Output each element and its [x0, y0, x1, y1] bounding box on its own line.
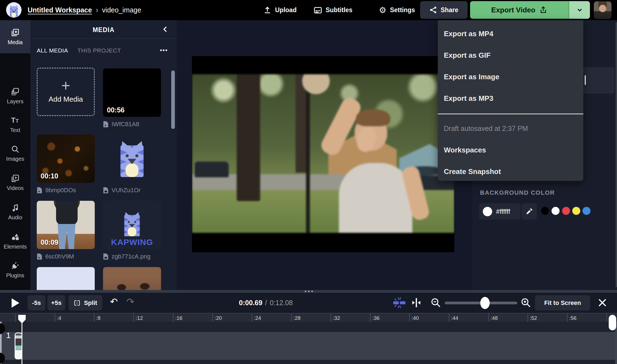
media-item-video[interactable]: 00:09	[37, 201, 95, 249]
search-icon	[11, 145, 20, 154]
autosave-status: Draft autosaved at 2:37 PM	[438, 118, 583, 139]
menu-item-create-snapshot[interactable]: Create Snapshot	[438, 161, 583, 182]
sidebar-item-media[interactable]: Media	[0, 20, 30, 53]
swatch-red[interactable]	[562, 207, 570, 215]
thumbnail-figure	[56, 201, 78, 225]
background-color-label: BACKGROUND COLOR	[480, 189, 555, 196]
image-file-icon	[103, 187, 109, 194]
smart-cut-icon	[392, 297, 407, 308]
media-cell	[103, 267, 161, 293]
video-play-icon	[11, 174, 20, 183]
timeline-ruler[interactable]: :4 :8 :12 :16 :20 :24 :28 :32 :36 :40 :4…	[0, 313, 617, 322]
tab-all-media[interactable]: ALL MEDIA	[37, 47, 68, 54]
menu-item-export-gif[interactable]: Export as GIF	[438, 44, 583, 66]
cat-mascot-icon	[9, 5, 19, 17]
menu-item-workspaces[interactable]: Workspaces	[438, 139, 583, 161]
partially-hidden-field[interactable]	[579, 67, 615, 94]
user-avatar[interactable]	[594, 1, 611, 19]
menu-item-export-image[interactable]: Export as Image	[438, 66, 583, 88]
fit-to-screen-button[interactable]: Fit to Screen	[535, 295, 590, 310]
media-icon	[11, 28, 20, 37]
breadcrumb-separator: ›	[96, 6, 98, 14]
split-playhead-icon	[411, 297, 422, 308]
tab-this-project[interactable]: THIS PROJECT	[77, 47, 121, 54]
zoom-slider-thumb[interactable]	[480, 297, 490, 309]
upload-button[interactable]: Upload	[263, 0, 297, 20]
add-media-button[interactable]: + Add Media	[37, 68, 95, 116]
sidebar-item-elements[interactable]: Elements	[0, 227, 30, 255]
swatch-black[interactable]	[541, 207, 549, 215]
timeline-zoom-slider[interactable]	[445, 302, 517, 304]
subtitles-icon	[314, 6, 322, 14]
swatch-blue[interactable]	[582, 207, 590, 215]
project-name[interactable]: video_image	[102, 6, 141, 14]
background-color-value[interactable]: #ffffff	[479, 203, 521, 220]
video-content	[192, 74, 454, 233]
close-timeline-button[interactable]	[597, 298, 607, 309]
export-video-button[interactable]: Export Video	[470, 1, 569, 19]
media-more-menu[interactable]: •••	[160, 47, 168, 54]
collapse-panel-button[interactable]	[162, 25, 169, 35]
export-options-caret[interactable]	[569, 1, 590, 19]
sidebar-item-audio[interactable]: Audio	[0, 197, 30, 226]
redo-button[interactable]: ↷	[126, 296, 135, 307]
media-item-caption: IWfC81A8	[103, 121, 161, 128]
swatch-yellow[interactable]	[572, 207, 580, 215]
sidebar-item-layers[interactable]: Layers	[0, 81, 30, 110]
page-scrollbar[interactable]	[616, 22, 617, 287]
share-icon	[429, 6, 437, 14]
timeline-tracks: 1	[0, 322, 617, 364]
swatch-white[interactable]	[552, 207, 560, 215]
undo-button[interactable]: ↶	[110, 296, 118, 307]
kapwing-editor: Untitled Workspace › video_image Upload …	[0, 0, 617, 364]
time-display: 0:00.69 / 0:12.08	[239, 299, 293, 307]
timeline-clip[interactable]	[15, 333, 22, 359]
kapwing-logo[interactable]	[6, 2, 22, 18]
media-item-image[interactable]: KAPWING	[103, 201, 161, 249]
sidebar-item-plugins[interactable]: Plugins	[0, 255, 30, 284]
kapwing-wordmark: KAPWING	[111, 238, 153, 247]
media-cell: 00:09 6sc0hV9M	[37, 201, 95, 260]
layers-icon	[11, 87, 20, 96]
svg-text:T: T	[15, 118, 19, 124]
subtitles-button[interactable]: Subtitles	[314, 0, 352, 20]
media-item-caption: 6sc0hV9M	[37, 253, 95, 260]
timeline-scroll-thumb[interactable]	[609, 315, 616, 330]
chevron-down-icon	[576, 6, 583, 14]
shapes-icon	[11, 233, 20, 241]
media-item-image[interactable]	[37, 267, 95, 293]
split-playhead-button[interactable]	[411, 297, 422, 309]
sidebar-item-videos[interactable]: Videos	[0, 168, 30, 197]
timeline-resize-handle[interactable]	[0, 290, 617, 293]
media-item-image[interactable]	[103, 134, 161, 183]
video-file-icon	[103, 121, 109, 128]
video-preview[interactable]	[192, 56, 454, 252]
split-button[interactable]: Split	[68, 295, 102, 310]
sidebar-item-images[interactable]: Images	[0, 139, 30, 168]
smart-cut-button[interactable]	[392, 297, 407, 309]
forward-5s-button[interactable]: +5s	[48, 295, 65, 310]
track-1-row[interactable]	[0, 332, 617, 360]
menu-item-export-mp3[interactable]: Export as MP3	[438, 88, 583, 109]
playhead-line	[22, 323, 22, 364]
media-cell: KAPWING zgb771cA.png	[103, 201, 161, 260]
close-icon	[597, 298, 607, 308]
sidebar-item-text[interactable]: T T Text	[0, 110, 30, 139]
video-file-icon	[37, 187, 42, 194]
play-button[interactable]	[12, 298, 19, 308]
share-button[interactable]: Share	[420, 1, 468, 19]
eyedropper-button[interactable]	[521, 203, 537, 220]
back-5s-button[interactable]: -5s	[28, 295, 45, 310]
menu-divider	[438, 114, 583, 114]
media-item-video[interactable]	[103, 267, 161, 293]
zoom-out-button[interactable]	[430, 297, 441, 309]
media-item-video[interactable]: 00:10	[37, 134, 95, 183]
menu-item-export-mp4[interactable]: Export as MP4	[438, 23, 583, 44]
cat-mascot-image	[117, 139, 147, 179]
export-dropdown-menu: Export as MP4 Export as GIF Export as Im…	[438, 20, 583, 181]
media-item-video[interactable]: 00:56	[103, 68, 161, 117]
media-scrollbar[interactable]	[171, 70, 175, 129]
settings-button[interactable]: ⚙ Settings	[379, 0, 415, 20]
workspace-name-link[interactable]: Untitled Workspace	[28, 6, 92, 14]
zoom-in-button[interactable]	[520, 297, 531, 309]
